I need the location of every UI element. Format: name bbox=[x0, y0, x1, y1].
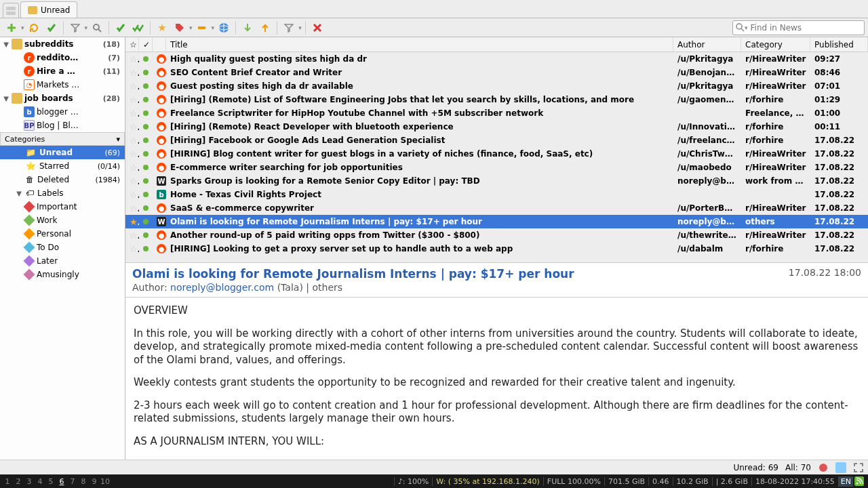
main-toolbar: ▾ ▾ ★ ▾ ▾ ▾ ▾ bbox=[0, 18, 868, 37]
fullscreen-icon[interactable] bbox=[853, 462, 864, 473]
svg-point-9 bbox=[856, 483, 859, 485]
list-header: ☆ ✓ Title Author Category Published bbox=[125, 37, 868, 52]
tag2-button[interactable] bbox=[194, 20, 210, 36]
datetime: 18-08-2022 17:40:55 bbox=[751, 477, 838, 486]
status-all: All: 70 bbox=[785, 463, 811, 472]
col-category[interactable]: Category bbox=[741, 37, 810, 52]
mark-read-all-icon[interactable] bbox=[130, 20, 146, 36]
mark-read-button[interactable] bbox=[113, 20, 129, 36]
category-Starred[interactable]: ⭐Starred(0/14) bbox=[0, 159, 125, 173]
status-unread: Unread: 69 bbox=[733, 463, 778, 472]
svg-rect-1 bbox=[6, 12, 16, 15]
search-toggle-button[interactable] bbox=[89, 20, 105, 36]
browser-button[interactable] bbox=[216, 20, 232, 36]
news-row[interactable]: ☆●Freelance Scriptwriter for HipHop Yout… bbox=[125, 106, 868, 120]
workspace-3[interactable]: 3 bbox=[24, 477, 34, 486]
news-row[interactable]: ★WOlami is looking for Remote Journalism… bbox=[125, 215, 868, 228]
filter2-button[interactable] bbox=[281, 20, 297, 36]
tag-button[interactable] bbox=[172, 20, 188, 36]
tray-icon-2[interactable] bbox=[835, 462, 846, 473]
news-row[interactable]: ☆●[Hiring] Facebook or Google Ads Lead G… bbox=[125, 134, 868, 147]
feed-blogger …[interactable]: bblogger … bbox=[0, 105, 125, 119]
tab-bar: Unread bbox=[0, 0, 868, 18]
swap: | 2.6 GiB bbox=[712, 477, 751, 486]
search-input[interactable] bbox=[751, 23, 861, 33]
search-box[interactable]: ▾ bbox=[732, 20, 865, 35]
category-Labels[interactable]: ▼🏷Labels bbox=[0, 186, 125, 200]
volume: ♪: 100% bbox=[394, 477, 433, 486]
filter-button[interactable] bbox=[67, 20, 83, 36]
news-row[interactable]: ☆●High quality guest posting sites high … bbox=[125, 52, 868, 66]
news-row[interactable]: ☆●[HIRING] Looking to get a proxy server… bbox=[125, 242, 868, 256]
refresh-button[interactable] bbox=[26, 20, 42, 36]
svg-rect-0 bbox=[6, 7, 16, 10]
tray-rss-icon[interactable] bbox=[853, 476, 865, 486]
col-author[interactable]: Author bbox=[673, 37, 741, 52]
workspace-10[interactable]: 10 bbox=[100, 477, 110, 486]
label-Important[interactable]: Important bbox=[0, 200, 125, 214]
news-row[interactable]: ☆●[Hiring] (Remote) List of Software Eng… bbox=[125, 93, 868, 106]
author-email-link[interactable]: noreply@blogger.com bbox=[170, 282, 274, 293]
feed-job boards[interactable]: ▼job boards(28) bbox=[0, 92, 125, 105]
workspace-9[interactable]: 9 bbox=[90, 477, 99, 486]
tray-icon-1[interactable] bbox=[818, 462, 829, 473]
article-date: 17.08.22 18:00 bbox=[789, 267, 861, 278]
workspace-8[interactable]: 8 bbox=[79, 477, 88, 486]
feed-Blog | Bl…[interactable]: BPBlog | Bl… bbox=[0, 119, 125, 132]
workspace-6[interactable]: 6 bbox=[57, 477, 66, 486]
search-icon bbox=[736, 23, 745, 32]
svg-point-2 bbox=[94, 24, 99, 30]
delete-button[interactable] bbox=[309, 20, 326, 36]
folder-icon bbox=[28, 6, 37, 14]
up-arrow-button[interactable] bbox=[257, 20, 273, 36]
status-bar: Unread: 69 All: 70 bbox=[0, 460, 868, 474]
news-row[interactable]: ☆bHome - Texas Civil Rights Project17.08… bbox=[125, 188, 868, 201]
news-row[interactable]: ☆WSparks Group is looking for a Remote S… bbox=[125, 174, 868, 188]
down-arrow-button[interactable] bbox=[239, 20, 256, 36]
label-Personal[interactable]: Personal bbox=[0, 227, 125, 241]
feed-reddito…[interactable]: rreddito…(7) bbox=[0, 51, 125, 64]
window-manager-bar: 12345678910 ♪: 100% W: ( 35% at 192.168.… bbox=[0, 474, 868, 488]
feed-subreddits[interactable]: ▼subreddits(18) bbox=[0, 37, 125, 51]
news-row[interactable]: ☆●Another round-up of 5 paid writing opp… bbox=[125, 228, 868, 242]
news-row[interactable]: ☆●Guest posting sites high da dr availab… bbox=[125, 79, 868, 93]
news-row[interactable]: ☆●[Hiring] (Remote) React Developer with… bbox=[125, 120, 868, 134]
label-Later[interactable]: Later bbox=[0, 254, 125, 268]
workspace-7[interactable]: 7 bbox=[68, 477, 77, 486]
feed-Markets …[interactable]: ◔Markets … bbox=[0, 78, 125, 92]
col-star[interactable]: ☆ bbox=[125, 37, 139, 52]
col-read[interactable]: ✓ bbox=[139, 37, 153, 52]
workspace-5[interactable]: 5 bbox=[46, 477, 56, 486]
news-row[interactable]: ☆●SaaS & e-commerce copywriter/u/PorterB… bbox=[125, 201, 868, 215]
workspace-4[interactable]: 4 bbox=[35, 477, 45, 486]
news-row[interactable]: ☆●E-commerce writer searching for job op… bbox=[125, 161, 868, 174]
svg-point-5 bbox=[736, 24, 742, 29]
label-Work[interactable]: Work bbox=[0, 214, 125, 227]
mem: 10.2 GiB bbox=[673, 477, 712, 486]
category-Deleted[interactable]: 🗑Deleted(1984) bbox=[0, 173, 125, 186]
label-To Do[interactable]: To Do bbox=[0, 241, 125, 254]
svg-point-6 bbox=[819, 464, 827, 472]
workspace-1[interactable]: 1 bbox=[3, 477, 12, 486]
sidebar: ▼subreddits(18)rreddito…(7)rHire a …(11)… bbox=[0, 37, 125, 460]
tab-unread[interactable]: Unread bbox=[20, 1, 77, 18]
news-row[interactable]: ☆●SEO Content Brief Creator and Writer/u… bbox=[125, 66, 868, 79]
article-body: OVERVIEW In this role, you will be worki… bbox=[125, 298, 868, 460]
article-title[interactable]: Olami is looking for Remote Journalism I… bbox=[132, 267, 574, 281]
mark-all-read-button[interactable] bbox=[43, 20, 60, 36]
disk: 701.5 GiB bbox=[604, 477, 648, 486]
col-title[interactable]: Title bbox=[166, 37, 673, 52]
add-button[interactable] bbox=[3, 20, 20, 36]
label-Amusingly[interactable]: Amusingly bbox=[0, 268, 125, 281]
category-Unread[interactable]: 📁Unread(69) bbox=[0, 146, 125, 159]
lang[interactable]: EN bbox=[838, 476, 853, 487]
battery: FULL 100.00% bbox=[543, 477, 604, 486]
feed-Hire a …[interactable]: rHire a …(11) bbox=[0, 64, 125, 78]
article-author: Author: noreply@blogger.com (Tala) | oth… bbox=[132, 282, 861, 293]
workspaces[interactable]: 12345678910 bbox=[3, 477, 110, 486]
col-published[interactable]: Published bbox=[810, 37, 868, 52]
star-button[interactable]: ★ bbox=[154, 20, 170, 36]
workspace-2[interactable]: 2 bbox=[14, 477, 23, 486]
news-row[interactable]: ☆●[HIRING] Blog content writer for guest… bbox=[125, 147, 868, 161]
app-menu-icon[interactable] bbox=[3, 3, 19, 18]
